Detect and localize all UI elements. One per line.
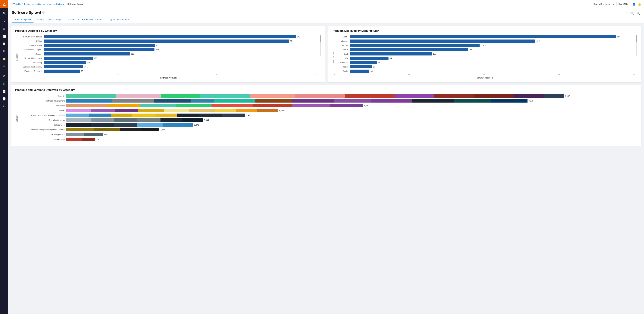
breadcrumb-tech-intel[interactable]: Technology Intelligence Reports: [24, 3, 53, 5]
stacked-value: 5,780: [364, 104, 369, 107]
env-badge[interactable]: flex-12324: [616, 2, 630, 6]
sidebar-folder-icon[interactable]: 📁: [1, 55, 8, 62]
tab-org-stats[interactable]: Organization Statistics: [106, 16, 134, 23]
chart-category: Products Deployed by Category Category S…: [11, 26, 325, 82]
share-button[interactable]: ⤴: [626, 11, 628, 16]
bar-value: 37: [373, 66, 375, 68]
stacked-segment: [199, 114, 222, 117]
bar-value: 312: [536, 40, 540, 42]
bar-value: 107: [87, 62, 90, 64]
stacked-segment: [474, 94, 514, 98]
stacked-segment: [108, 104, 140, 107]
bell-icon[interactable]: 🔔: [638, 2, 641, 6]
breadcrumb-software[interactable]: Software: [56, 3, 64, 5]
bar-value: 642: [297, 36, 300, 38]
chart1-body: Category Software Development 642 Utilit…: [15, 35, 321, 79]
stacked-segment: [177, 114, 199, 117]
tab-lifecycle-insights[interactable]: Software Lifecycle Insights: [34, 16, 66, 23]
stacked-segment: [66, 114, 89, 117]
chart2-bar-row: Microsoft 312: [334, 40, 636, 42]
zoom-out-button[interactable]: 🔍: [630, 11, 634, 16]
stacked-segment: [92, 123, 114, 126]
bar-value: 138: [433, 53, 436, 55]
stacked-segment: [434, 94, 474, 98]
app-logo[interactable]: [0, 0, 8, 8]
sidebar-settings-icon[interactable]: ⚙: [1, 73, 8, 80]
sidebar-list-icon[interactable]: 📑: [1, 95, 8, 102]
stacked-segment: [138, 109, 164, 112]
chart2-bar-row: Debian 37: [334, 65, 636, 68]
bar-fill: [44, 44, 155, 47]
bar-container: 37: [350, 65, 636, 68]
bar-value: 199: [469, 48, 472, 51]
chart2-scrollbar[interactable]: [636, 35, 637, 56]
stacked-segment: [257, 109, 278, 112]
stacked-bar-container: 1,813: [66, 128, 637, 132]
env-dropdown-icon[interactable]: ▼: [612, 3, 614, 5]
stacked-segment: [371, 99, 412, 102]
zoom-in-button[interactable]: 🔍: [636, 11, 640, 16]
sidebar-grid-icon[interactable]: ⊞: [1, 25, 8, 32]
stacked-segment: [292, 104, 330, 107]
stacked-bar-container: 4,129: [66, 109, 637, 112]
bar-value: 125: [94, 57, 97, 59]
chart3-body: Category Security 9,687 Software Develop…: [15, 94, 637, 142]
content-area: Products Deployed by Category Category S…: [8, 23, 644, 314]
stacked-segment: [140, 104, 176, 107]
stacked-segment: [66, 118, 91, 122]
stacked-bar-container: 9,687: [66, 94, 637, 98]
chart2-x-ticks: 0100200300400: [334, 74, 636, 76]
chart3-bar-row: Enterprise Content Management (ECM) 3,48…: [18, 114, 637, 117]
stacked-segment: [66, 123, 92, 126]
sidebar-search-icon[interactable]: 🔍: [1, 10, 8, 17]
stacked-segment: [544, 94, 564, 98]
sidebar-print-icon[interactable]: 🖨: [1, 63, 8, 70]
chart1-scrollbar[interactable]: [320, 35, 321, 56]
stacked-value: 4,129: [279, 110, 284, 112]
stacked-segment: [295, 94, 345, 98]
stacked-segment: [66, 109, 92, 112]
stacked-label: Utilities: [18, 110, 66, 112]
bar-fill: [44, 35, 296, 38]
stacked-value: 2,665: [204, 119, 209, 121]
bar-label: SuSE: [334, 53, 350, 55]
stacked-bar-container: 3,486: [66, 114, 637, 117]
sidebar-reports-icon[interactable]: 📋: [1, 40, 8, 47]
stacked-value: 1,813: [160, 129, 165, 131]
stacked-bar-container: 5,780: [66, 104, 637, 107]
stacked-segment: [189, 109, 214, 112]
tab-software-sprawl[interactable]: Software Sprawl: [12, 16, 34, 23]
page-title-row: Software Sprawl ⓘ: [12, 10, 134, 15]
stacked-segment: [115, 109, 138, 112]
stacked-segment: [82, 138, 95, 141]
stacked-label: Operating Systems: [18, 119, 66, 121]
bar-label: Microsoft: [334, 40, 350, 42]
bar-value: 283: [156, 44, 159, 46]
bar-container: 283: [44, 44, 319, 47]
stacked-bar-container: 8,979: [66, 99, 637, 102]
sidebar-dollar-icon[interactable]: 💲: [1, 80, 8, 87]
bar-label: CentOS: [334, 48, 350, 51]
chart3-y-label: Category: [15, 114, 18, 122]
chart3-bar-row: Software Development 8,979: [18, 99, 637, 102]
tab-hw-correlation[interactable]: Software and Hardware Correlation: [66, 16, 106, 23]
sidebar-doc-icon[interactable]: 📄: [1, 88, 8, 95]
breadcrumb-it-visibility[interactable]: IT Visibility: [11, 3, 21, 5]
stacked-segment: [111, 114, 132, 117]
sidebar-favorites-icon[interactable]: ★: [1, 18, 8, 24]
stacked-segment: [66, 138, 82, 141]
sidebar-cog-icon[interactable]: ⚙: [1, 103, 8, 110]
topbar: IT Visibility / Technology Intelligence …: [8, 0, 644, 8]
chart3-bar-row: Virtualization 564: [18, 138, 637, 141]
chart1-bars: Software Development 642 Utilities 624 I…: [18, 35, 319, 73]
sidebar-monitor-icon[interactable]: 🖥: [1, 48, 8, 54]
user-icon[interactable]: 👤: [632, 2, 636, 6]
sidebar-chart-icon[interactable]: 📊: [1, 33, 8, 40]
chart1-bar-row: Security 219: [18, 52, 319, 56]
chart2-body: Manufacturer Oracle 447 Microsoft 312 Re…: [332, 35, 637, 79]
breadcrumb-sep1: /: [22, 3, 23, 5]
info-icon[interactable]: ⓘ: [42, 11, 45, 14]
chart-stacked: Products and Versions Deployed by Catego…: [11, 85, 641, 146]
stacked-value: 8,979: [528, 100, 533, 102]
bar-container: 282: [44, 48, 319, 51]
